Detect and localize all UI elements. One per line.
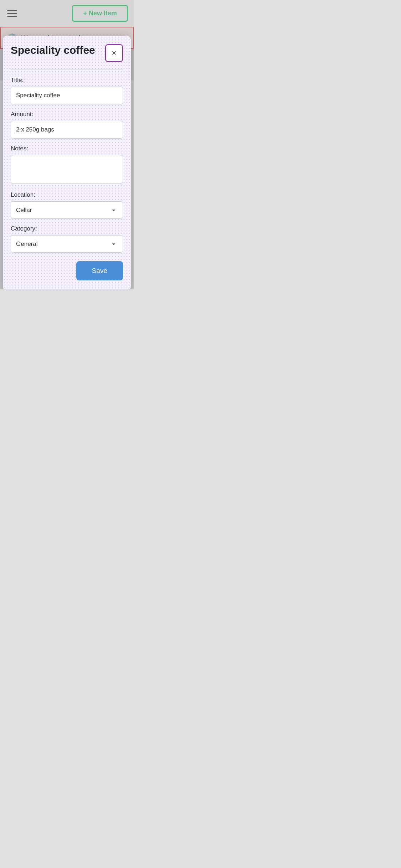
location-field-group: Location: Cellar Kitchen — [11, 191, 123, 219]
amount-label: Amount: — [11, 111, 123, 118]
title-field-group: Title: — [11, 77, 123, 104]
modal-footer: Save — [11, 261, 123, 280]
modal-divider — [11, 69, 123, 69]
notes-label: Notes: — [11, 145, 123, 152]
modal-header: Speciality coffee × — [11, 44, 123, 62]
location-select[interactable]: Cellar Kitchen — [11, 201, 123, 219]
title-label: Title: — [11, 77, 123, 84]
category-label: Category: — [11, 225, 123, 232]
save-button[interactable]: Save — [76, 261, 123, 280]
location-label: Location: — [11, 191, 123, 198]
amount-input[interactable] — [11, 121, 123, 139]
amount-field-group: Amount: — [11, 111, 123, 139]
category-select[interactable]: General Drinks Food Other — [11, 235, 123, 253]
modal-title: Speciality coffee — [11, 44, 105, 56]
edit-item-modal: Speciality coffee × Title: Amount: Notes… — [3, 36, 131, 289]
category-field-group: Category: General Drinks Food Other — [11, 225, 123, 253]
notes-field-group: Notes: — [11, 145, 123, 185]
title-input[interactable] — [11, 87, 123, 104]
notes-textarea[interactable] — [11, 155, 123, 184]
modal-close-button[interactable]: × — [105, 44, 123, 62]
